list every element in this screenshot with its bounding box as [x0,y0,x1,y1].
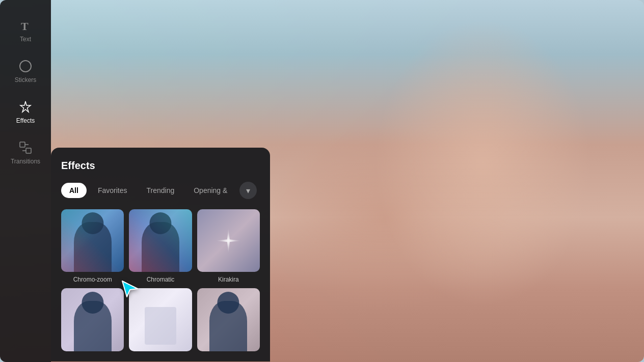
effects-panel: Effects All Favorites Trending Opening &… [51,148,270,361]
tab-opening[interactable]: Opening & [185,183,235,198]
more-tabs-button[interactable]: ▾ [239,182,257,199]
sidebar-item-text[interactable]: T Text [0,10,51,51]
sidebar-item-transitions[interactable]: Transitions [0,132,51,173]
effect-item-6[interactable] [197,288,260,355]
effect-thumb-chromatic [129,209,192,272]
effect-item-kirakira[interactable]: Kirakira [197,209,260,283]
svg-rect-2 [20,142,25,147]
svg-point-1 [20,61,31,72]
effect-thumb-6 [197,288,260,351]
sidebar: T Text Stickers Effects [0,0,51,362]
tab-all[interactable]: All [61,183,87,198]
effect-thumb-4 [61,288,124,351]
stickers-icon [18,59,33,73]
sidebar-item-effects[interactable]: Effects [0,92,51,132]
effect-label-chromatic: Chromatic [147,276,175,283]
effect-thumb-kirakira [197,209,260,272]
tab-favorites[interactable]: Favorites [90,183,136,198]
effect-item-4[interactable] [61,288,124,355]
effects-icon [18,100,33,114]
sidebar-effects-label: Effects [16,117,35,124]
effect-item-5[interactable] [129,288,192,355]
effect-thumb-chromozoom [61,209,124,272]
sidebar-transitions-label: Transitions [11,158,40,165]
effect-label-kirakira: Kirakira [218,276,239,283]
sidebar-stickers-label: Stickers [15,76,37,83]
transitions-icon [18,141,33,155]
effect-thumb-5 [129,288,192,351]
filter-tabs: All Favorites Trending Opening & ▾ [61,182,260,199]
sidebar-item-stickers[interactable]: Stickers [0,51,51,92]
effects-grid: Chromo-zoom Chromatic Kirakira [61,209,260,355]
panel-title: Effects [61,160,260,172]
text-icon: T [18,18,33,33]
svg-rect-3 [26,148,31,153]
effect-item-chromozoom[interactable]: Chromo-zoom [61,209,124,283]
sidebar-text-label: Text [20,36,31,43]
effect-label-chromozoom: Chromo-zoom [73,276,112,283]
svg-text:T: T [21,20,29,32]
effect-item-chromatic[interactable]: Chromatic [129,209,192,283]
tab-trending[interactable]: Trending [138,183,182,198]
